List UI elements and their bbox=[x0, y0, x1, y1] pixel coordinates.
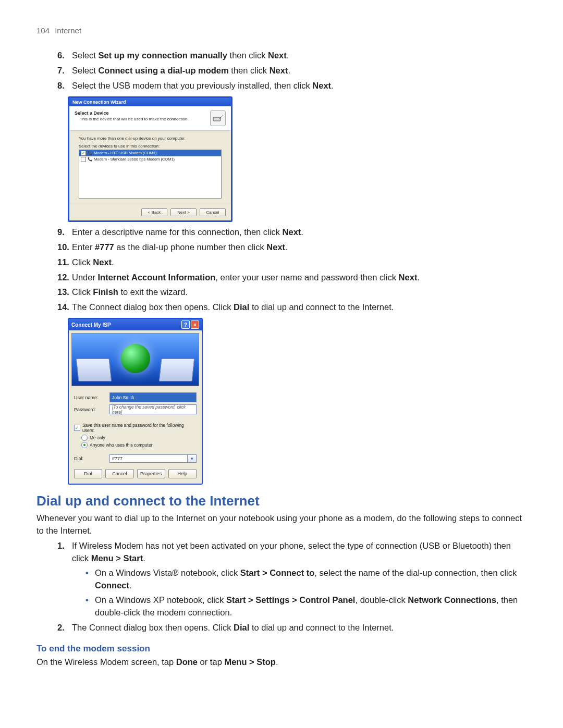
dial-button[interactable]: Dial bbox=[74, 469, 102, 478]
dial-row: Dial: #777 ▾ bbox=[69, 451, 202, 467]
close-icon[interactable]: × bbox=[191, 320, 199, 329]
wizard-intro: You have more than one dial-up device on… bbox=[79, 136, 222, 141]
modem-icon bbox=[210, 110, 226, 126]
radio-me-only[interactable] bbox=[81, 435, 88, 441]
connect-hero-image bbox=[71, 333, 199, 386]
svg-rect-0 bbox=[213, 117, 221, 121]
manual-page: 104 Internet 6.Select Set up my connecti… bbox=[0, 0, 563, 697]
dial-label: Dial: bbox=[74, 456, 104, 461]
device-row[interactable]: 📞Modem - Standard 33600 bps Modem (COM1) bbox=[79, 156, 221, 163]
device-row[interactable]: ✓📞Modem - HTC USB Modem (COM3) bbox=[79, 150, 221, 156]
radio-me-only-label: Me only bbox=[90, 435, 105, 440]
cancel-button[interactable]: Cancel bbox=[200, 208, 226, 216]
save-checkbox-label: Save this user name and password for the… bbox=[82, 423, 197, 433]
bullet-item: On a Windows XP notebook, click Start > … bbox=[85, 594, 527, 619]
section-heading: Dial up and connect to the Internet bbox=[36, 493, 527, 509]
cancel-button[interactable]: Cancel bbox=[105, 469, 133, 478]
device-checkbox[interactable] bbox=[81, 157, 86, 162]
dial-combo-input[interactable]: #777 bbox=[109, 454, 188, 463]
connect-dialog: Connect My ISP ? × User name: John Smith… bbox=[68, 318, 203, 485]
sub-body: On the Wireless Modem screen, tap Done o… bbox=[36, 656, 527, 669]
wizard-dialog: New Connection Wizard Select a Device Th… bbox=[68, 96, 232, 222]
next-button[interactable]: Next > bbox=[170, 208, 197, 216]
device-label: Modem - Standard 33600 bps Modem (COM1) bbox=[94, 157, 175, 162]
page-header: 104 Internet bbox=[36, 26, 527, 35]
section-intro: Whenever you want to dial up to the Inte… bbox=[36, 512, 527, 537]
modem-icon: 📞 bbox=[88, 157, 92, 162]
wizard-heading: Select a Device bbox=[75, 110, 189, 116]
page-number: 104 bbox=[36, 26, 50, 35]
bullet-item: On a Windows Vista® notebook, click Star… bbox=[85, 567, 527, 592]
save-credentials-group: ✓ Save this user name and password for t… bbox=[69, 419, 202, 451]
step-item: 9.Enter a descriptive name for this conn… bbox=[57, 226, 527, 239]
steps-list-c: 1.If Wireless Modem has not yet been act… bbox=[57, 540, 527, 634]
modem-icon: 📞 bbox=[88, 151, 92, 155]
connect-button-row: Dial Cancel Properties Help bbox=[69, 467, 202, 484]
sub-heading: To end the modem session bbox=[36, 644, 527, 654]
password-input[interactable]: [To change the saved password, click her… bbox=[109, 404, 197, 414]
step-item: 14.The Connect dialog box then opens. Cl… bbox=[57, 301, 527, 314]
device-label: Modem - HTC USB Modem (COM3) bbox=[94, 151, 156, 155]
help-button[interactable]: Help bbox=[168, 469, 197, 478]
step-item: 1.If Wireless Modem has not yet been act… bbox=[57, 540, 527, 619]
wizard-header-panel: Select a Device This is the device that … bbox=[69, 106, 231, 131]
chevron-down-icon[interactable]: ▾ bbox=[188, 454, 197, 463]
back-button[interactable]: < Back bbox=[141, 208, 167, 216]
steps-list-b: 9.Enter a descriptive name for this conn… bbox=[57, 226, 527, 314]
wizard-footer: < Back Next > Cancel bbox=[69, 204, 231, 220]
device-listbox[interactable]: ✓📞Modem - HTC USB Modem (COM3)📞Modem - S… bbox=[79, 150, 222, 199]
save-checkbox[interactable]: ✓ bbox=[74, 425, 80, 431]
step-item: 2.The Connect dialog box then opens. Cli… bbox=[57, 622, 527, 634]
step-item: 8.Select the USB modem that you previous… bbox=[57, 80, 527, 92]
device-checkbox[interactable]: ✓ bbox=[81, 151, 86, 156]
password-label: Password: bbox=[74, 407, 104, 412]
connect-form: User name: John Smith Password: [To chan… bbox=[69, 386, 202, 419]
wizard-body: You have more than one dial-up device on… bbox=[69, 131, 231, 204]
step-item: 13.Click Finish to exit the wizard. bbox=[57, 286, 527, 299]
properties-button[interactable]: Properties bbox=[137, 469, 165, 478]
chapter-name: Internet bbox=[55, 26, 81, 35]
help-icon[interactable]: ? bbox=[181, 320, 190, 329]
step-item: 10.Enter #777 as the dial-up phone numbe… bbox=[57, 241, 527, 254]
wizard-list-label: Select the devices to use in this connec… bbox=[79, 144, 222, 149]
step-item: 11.Click Next. bbox=[57, 256, 527, 269]
step-item: 7.Select Connect using a dial-up modem t… bbox=[57, 65, 527, 77]
step-item: 12.Under Internet Account Information, e… bbox=[57, 272, 527, 284]
radio-anyone[interactable] bbox=[81, 442, 88, 448]
username-label: User name: bbox=[74, 395, 104, 400]
wizard-subheading: This is the device that will be used to … bbox=[75, 117, 189, 121]
username-input[interactable]: John Smith bbox=[109, 392, 197, 402]
wizard-titlebar: New Connection Wizard bbox=[69, 98, 231, 106]
sub-bullets: On a Windows Vista® notebook, click Star… bbox=[85, 567, 527, 619]
radio-anyone-label: Anyone who uses this computer bbox=[90, 442, 152, 448]
connect-titlebar: Connect My ISP ? × bbox=[69, 319, 202, 330]
step-item: 6.Select Set up my connection manually t… bbox=[57, 50, 527, 62]
connect-title: Connect My ISP bbox=[71, 322, 111, 328]
steps-list-a: 6.Select Set up my connection manually t… bbox=[57, 50, 527, 92]
